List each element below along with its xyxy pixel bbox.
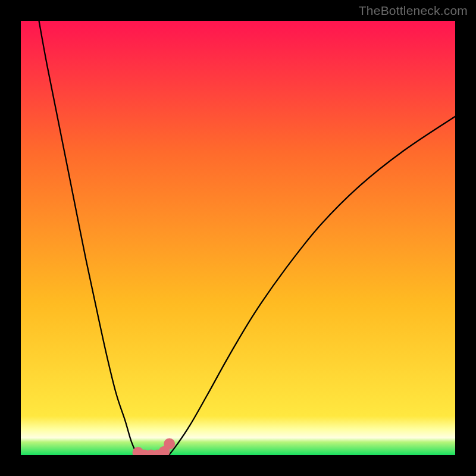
valley-marker xyxy=(164,439,175,450)
chart-frame: TheBottleneck.com xyxy=(0,0,476,476)
watermark-label: TheBottleneck.com xyxy=(359,4,468,18)
bottleneck-chart xyxy=(0,0,476,476)
gradient-background xyxy=(21,21,455,455)
